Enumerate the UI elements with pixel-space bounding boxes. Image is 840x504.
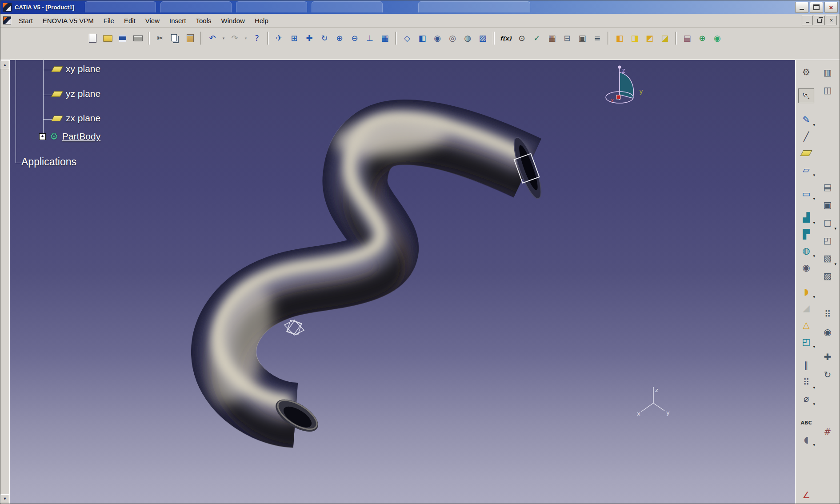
select-arrow-button[interactable]: ↖ — [798, 88, 814, 104]
menu-enovia-v5-vpm[interactable]: ENOVIA V5 VPM — [38, 15, 99, 26]
render-style-button[interactable]: ◍ — [460, 31, 475, 45]
isometric-view-button[interactable]: ◇ — [400, 31, 414, 45]
chamfer-button[interactable]: ◢ — [798, 301, 814, 316]
maximize-button[interactable] — [810, 2, 823, 13]
rules-button[interactable]: ≡ — [590, 31, 604, 45]
check-button[interactable]: ✓ — [530, 31, 544, 45]
tree-node-yz-plane[interactable]: yz plane — [52, 88, 100, 99]
frames-button[interactable]: ◫ — [820, 82, 836, 98]
3d-viewport[interactable]: z y x z x y — [10, 60, 795, 504]
sketcher-button[interactable]: ✎ ▾ — [798, 112, 814, 127]
hidden-line-button[interactable]: ▨ — [476, 31, 490, 45]
axis-system-button[interactable]: ✚ — [820, 349, 836, 365]
menu-edit[interactable]: Edit — [119, 15, 140, 26]
shell-button[interactable]: ◰ ▾ — [798, 334, 814, 349]
pan-button[interactable]: ✚ — [302, 31, 316, 45]
fit-all-in-button[interactable]: ⊞ — [287, 31, 301, 45]
paste-button[interactable] — [183, 31, 197, 45]
wireframe-button[interactable]: ◎ — [445, 31, 460, 45]
shaft-button[interactable]: ◍ ▾ — [798, 244, 814, 259]
surfaces-button[interactable]: ▧ ▾ — [820, 250, 836, 266]
catalog-browser-button[interactable]: ▤ — [820, 179, 836, 195]
document-restore-button[interactable] — [814, 16, 825, 25]
measure-button[interactable]: ⌀ ▾ — [798, 392, 814, 407]
design-table-button[interactable]: ▦ — [545, 31, 559, 45]
zoom-out-button[interactable]: ⊖ — [348, 31, 362, 45]
normal-view-button[interactable]: ⊥ — [363, 31, 377, 45]
wireframe-tools-button[interactable]: ▨ — [820, 268, 836, 284]
undo-dropdown[interactable]: ▾ — [220, 31, 227, 45]
redo-button[interactable]: ↷ — [228, 31, 242, 45]
document-close-button[interactable]: × — [826, 16, 837, 25]
zoom-in-button[interactable]: ⊕ — [332, 31, 347, 45]
clash-button[interactable]: ◩ — [643, 31, 657, 45]
menu-help[interactable]: Help — [250, 15, 273, 26]
view-compass[interactable]: z y x — [606, 66, 643, 104]
tree-node-xy-plane[interactable]: xy plane — [52, 64, 100, 74]
constraint-button[interactable]: ∠ — [798, 488, 814, 503]
tube-model[interactable] — [196, 112, 546, 438]
menu-tools[interactable]: Tools — [191, 15, 216, 26]
open-folder-button[interactable] — [100, 31, 115, 45]
depth-effect-button[interactable]: ◨ — [628, 31, 642, 45]
shaded-edges-button[interactable]: ◉ — [430, 31, 444, 45]
tree-node-applications[interactable]: Applications — [21, 156, 76, 168]
new-document-button[interactable] — [85, 31, 100, 45]
menu-window[interactable]: Window — [216, 15, 250, 26]
sphere-tool-button[interactable]: ◉ — [820, 324, 836, 340]
distance-analysis-button[interactable]: ◪ — [658, 31, 672, 45]
plane-button[interactable] — [798, 146, 814, 161]
catalog-button[interactable]: ▤ — [680, 31, 694, 45]
clipboard-tools-button[interactable]: ▣ — [820, 197, 836, 213]
copy-button[interactable] — [168, 31, 182, 45]
positioned-sketch-button[interactable]: ▭ ▾ — [798, 186, 814, 201]
draft-angle-button[interactable]: △ — [798, 317, 814, 332]
expand-icon[interactable]: + — [39, 133, 46, 140]
formula-button[interactable]: f(x) — [498, 31, 514, 45]
pocket-button[interactable]: ▛ — [798, 227, 814, 242]
pad-button[interactable]: ▟ ▾ — [798, 210, 814, 225]
settings-gear-button[interactable]: ⚙ — [798, 64, 814, 80]
annotation-button[interactable]: ◖ ▾ — [798, 432, 814, 447]
origin-planes-symbol[interactable] — [284, 320, 304, 335]
scroll-up-button[interactable]: ▲ — [0, 60, 9, 69]
menu-start[interactable]: Start — [14, 15, 38, 26]
minimize-button[interactable] — [795, 2, 808, 13]
shaded-view-button[interactable]: ◧ — [415, 31, 429, 45]
knowledge-tree-button[interactable]: ⊟ — [560, 31, 574, 45]
fly-mode-button[interactable]: ✈ — [272, 31, 286, 45]
solid-primitives-button[interactable]: ▢ ▾ — [820, 215, 836, 231]
menu-insert[interactable]: Insert — [164, 15, 191, 26]
mirror-button[interactable]: ∥ — [798, 358, 814, 373]
save-button[interactable] — [116, 31, 130, 45]
cut-button[interactable]: ✂ — [153, 31, 167, 45]
redo-dropdown[interactable]: ▾ — [243, 31, 249, 45]
document-minimize-button[interactable] — [802, 16, 813, 25]
compass-snap-button[interactable]: ⊕ — [695, 31, 709, 45]
pattern-button[interactable]: ⠿ ▾ — [798, 375, 814, 390]
hole-button[interactable]: ◉ — [798, 260, 814, 275]
undo-button[interactable]: ↶ — [205, 31, 220, 45]
tree-scrollbar[interactable]: ▲ ▼ — [0, 60, 10, 504]
line-button[interactable]: ╱ — [798, 129, 814, 144]
fillet-button[interactable]: ◗ ▾ — [798, 284, 814, 299]
lock-button[interactable]: ▣ — [575, 31, 589, 45]
menu-file[interactable]: File — [99, 15, 119, 26]
scroll-down-button[interactable]: ▼ — [0, 494, 9, 503]
whats-this-help-button[interactable]: ? — [250, 31, 264, 45]
boolean-operations-button[interactable]: ◰ — [820, 232, 836, 248]
print-button[interactable] — [131, 31, 145, 45]
menu-view[interactable]: View — [140, 15, 164, 26]
sectioning-button[interactable]: ◧ — [612, 31, 627, 45]
text-button[interactable]: ABC — [798, 415, 814, 430]
rotate-button[interactable]: ↻ — [317, 31, 332, 45]
pattern-grid-button[interactable]: ⠿ — [820, 306, 836, 322]
update-button[interactable]: ↻ — [820, 367, 836, 383]
apply-material-button[interactable]: ◉ — [710, 31, 724, 45]
tree-node-partbody[interactable]: + ⚙ PartBody — [39, 131, 100, 142]
profile-button[interactable]: ▱ ▾ — [798, 162, 814, 177]
tree-node-zx-plane[interactable]: zx plane — [52, 113, 100, 124]
multi-view-button[interactable]: ▦ — [378, 31, 392, 45]
knowledge-inspector-button[interactable]: ⊙ — [515, 31, 529, 45]
close-button[interactable]: × — [824, 2, 838, 13]
